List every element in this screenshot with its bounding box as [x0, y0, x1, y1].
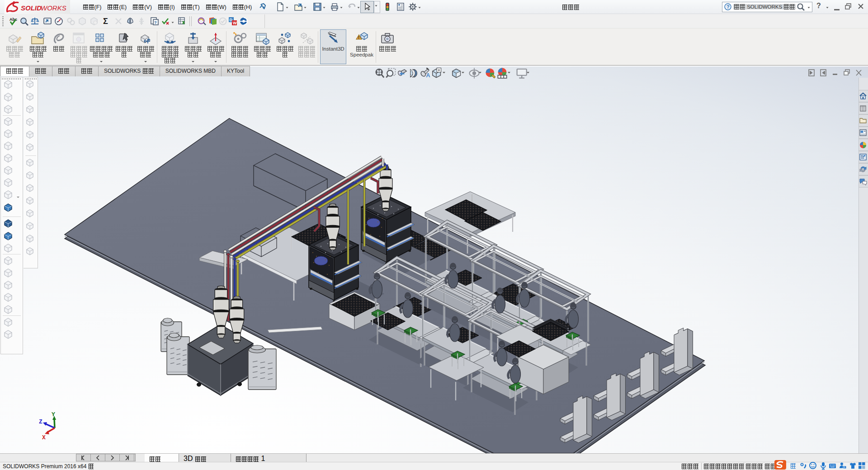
- svg-text:?: ?: [726, 4, 730, 9]
- svg-text:?: ?: [154, 20, 157, 25]
- svg-text:Σ: Σ: [103, 17, 108, 26]
- svg-text:Y: Y: [52, 411, 55, 418]
- svg-text:X: X: [42, 434, 46, 441]
- svg-text:Abc: Abc: [9, 17, 17, 22]
- svg-text:SOLID: SOLID: [21, 4, 42, 11]
- svg-text:!: !: [358, 35, 359, 40]
- svg-text:WORKS: WORKS: [41, 4, 66, 11]
- svg-text:6: 6: [844, 466, 845, 469]
- svg-text:A: A: [426, 72, 430, 79]
- svg-text:W: W: [233, 21, 237, 25]
- svg-text:Z: Z: [39, 418, 42, 425]
